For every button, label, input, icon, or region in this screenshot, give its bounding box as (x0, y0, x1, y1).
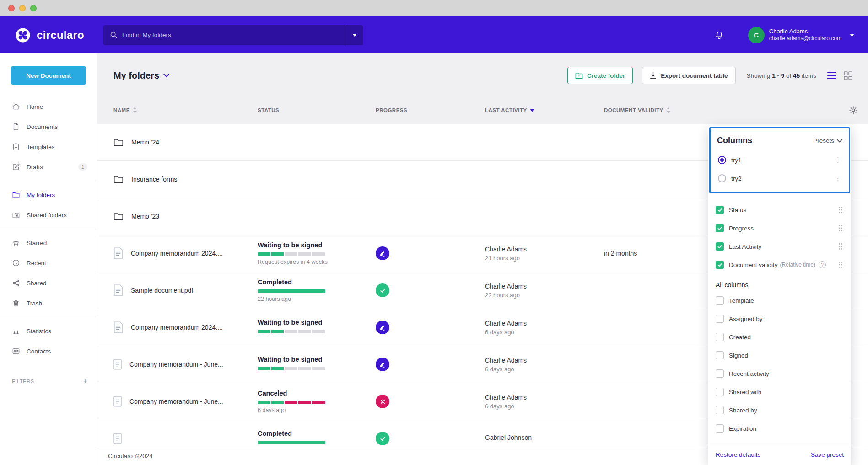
column-header-last-activity[interactable]: LAST ACTIVITY (485, 107, 604, 113)
close-button[interactable] (8, 5, 15, 11)
chevron-down-icon (163, 74, 169, 78)
preset-option-try1[interactable]: try1 ⋮ (711, 151, 849, 169)
search-scope-dropdown[interactable] (345, 25, 363, 45)
sidebar-item-contacts[interactable]: Contacts (0, 341, 97, 361)
sort-desc-icon[interactable] (530, 109, 534, 112)
checkbox-unchecked-icon[interactable] (716, 351, 724, 359)
checkbox-checked-icon[interactable] (716, 224, 724, 232)
document-name[interactable]: Company memorandum - June... (129, 361, 223, 368)
circularo-logo[interactable]: circularo (15, 27, 84, 43)
checkbox-unchecked-icon[interactable] (716, 333, 724, 341)
user-avatar[interactable]: C (748, 27, 765, 43)
completed-check-icon (376, 432, 389, 445)
sidebar-item-recent[interactable]: Recent (0, 253, 97, 273)
notifications-bell-icon[interactable] (714, 30, 724, 40)
export-document-table-button[interactable]: Export document table (642, 67, 735, 84)
sidebar-item-statistics[interactable]: Statistics (0, 321, 97, 341)
checkbox-checked-icon[interactable] (716, 261, 724, 269)
document-name[interactable]: Sample document.pdf (131, 287, 193, 294)
page-title-dropdown[interactable]: My folders (113, 70, 169, 81)
checkbox-unchecked-icon[interactable] (716, 315, 724, 323)
column-toggle-status[interactable]: Status (716, 201, 844, 219)
sidebar-item-documents[interactable]: Documents (0, 117, 97, 137)
column-label-suffix: (Relative time) (780, 262, 815, 268)
drag-handle-icon[interactable] (837, 242, 844, 251)
user-menu[interactable]: C Charlie Adams charlie.adams@circularo.… (748, 27, 854, 43)
sidebar-item-shared-folders[interactable]: Shared folders (0, 205, 97, 225)
folder-name[interactable]: Memo '24 (131, 139, 159, 146)
search-input[interactable] (122, 32, 345, 38)
pagination-summary: Showing 1 - 9 of 45 items (747, 72, 816, 79)
column-toggle-template[interactable]: Template (716, 291, 844, 310)
folder-name[interactable]: Memo '23 (131, 213, 159, 220)
checkbox-unchecked-icon[interactable] (716, 424, 724, 433)
column-toggle-last-activity[interactable]: Last Activity (716, 237, 844, 256)
column-toggle-recent-activity[interactable]: Recent activity (716, 364, 844, 383)
radio-selected-icon[interactable] (718, 156, 726, 164)
checkbox-unchecked-icon[interactable] (716, 388, 724, 396)
restore-defaults-link[interactable]: Restore defaults (716, 451, 760, 458)
sidebar-item-drafts[interactable]: Drafts 1 (0, 157, 97, 177)
drag-handle-icon[interactable] (837, 260, 844, 269)
presets-dropdown[interactable]: Presets (813, 137, 842, 144)
maximize-button[interactable] (30, 5, 37, 11)
checkbox-unchecked-icon[interactable] (716, 296, 724, 305)
column-header-progress[interactable]: PROGRESS (376, 107, 485, 113)
folder-name[interactable]: Insurance forms (131, 176, 177, 183)
document-name[interactable]: Company memorandum 2024.... (131, 324, 223, 331)
column-toggle-document-validity[interactable]: Document validity (Relative time) ? (716, 256, 844, 274)
column-toggle-shared-by[interactable]: Shared by (716, 401, 844, 419)
column-toggle-expiration[interactable]: Expiration (716, 419, 844, 438)
column-label: Created (729, 334, 751, 341)
column-header-status[interactable]: STATUS (258, 107, 376, 113)
column-toggle-created[interactable]: Created (716, 328, 844, 346)
column-toggle-shared-with[interactable]: Shared with (716, 383, 844, 401)
minimize-button[interactable] (19, 5, 26, 11)
sidebar-item-templates[interactable]: Templates (0, 137, 97, 157)
preset-label: try2 (731, 175, 742, 182)
search-bar[interactable] (103, 25, 363, 45)
column-header-document-validity[interactable]: DOCUMENT VALIDITY (604, 107, 841, 113)
sidebar-item-trash[interactable]: Trash (0, 293, 97, 313)
column-toggle-assigned-by[interactable]: Assigned by (716, 310, 844, 328)
preset-option-try2[interactable]: try2 ⋮ (711, 169, 849, 187)
column-toggle-progress[interactable]: Progress (716, 219, 844, 237)
sidebar-item-home[interactable]: Home (0, 96, 97, 117)
sidebar-item-starred[interactable]: Starred (0, 233, 97, 253)
table-settings-gear-icon[interactable] (849, 106, 858, 115)
home-icon (12, 102, 20, 111)
document-name[interactable]: Company memorandum - June... (129, 398, 223, 405)
progress-bar (258, 441, 325, 444)
column-toggle-signed[interactable]: Signed (716, 346, 844, 364)
kebab-menu-icon[interactable]: ⋮ (833, 174, 843, 182)
document-name[interactable]: Company memorandum 2024.... (131, 250, 223, 257)
checkbox-checked-icon[interactable] (716, 242, 724, 251)
kebab-menu-icon[interactable]: ⋮ (833, 156, 843, 164)
help-icon[interactable]: ? (819, 261, 826, 268)
checkbox-unchecked-icon[interactable] (716, 406, 724, 414)
add-filter-button[interactable]: + (83, 377, 87, 386)
sort-icon[interactable] (133, 107, 137, 113)
activity-user: Charlie Adams (485, 357, 604, 364)
sort-icon[interactable] (666, 107, 670, 113)
create-folder-button[interactable]: Create folder (567, 67, 633, 84)
column-label: Assigned by (729, 315, 763, 322)
status-note: 6 days ago (258, 407, 376, 413)
column-header-name[interactable]: NAME (113, 107, 258, 113)
new-document-button[interactable]: New Document (11, 66, 86, 85)
canceled-x-icon (376, 395, 389, 408)
drag-handle-icon[interactable] (837, 224, 844, 233)
checkbox-checked-icon[interactable] (716, 206, 724, 214)
drag-handle-icon[interactable] (837, 205, 844, 214)
sidebar-item-shared[interactable]: Shared (0, 273, 97, 293)
completed-check-icon (376, 283, 389, 297)
divider (0, 229, 97, 229)
list-view-icon[interactable] (827, 72, 836, 79)
sidebar-item-my-folders[interactable]: My folders (0, 185, 97, 205)
clock-icon (12, 259, 20, 267)
grid-view-icon[interactable] (844, 71, 852, 80)
radio-unselected-icon[interactable] (718, 174, 726, 182)
activity-time: 6 days ago (485, 403, 604, 410)
save-preset-link[interactable]: Save preset (811, 451, 844, 458)
checkbox-unchecked-icon[interactable] (716, 369, 724, 378)
